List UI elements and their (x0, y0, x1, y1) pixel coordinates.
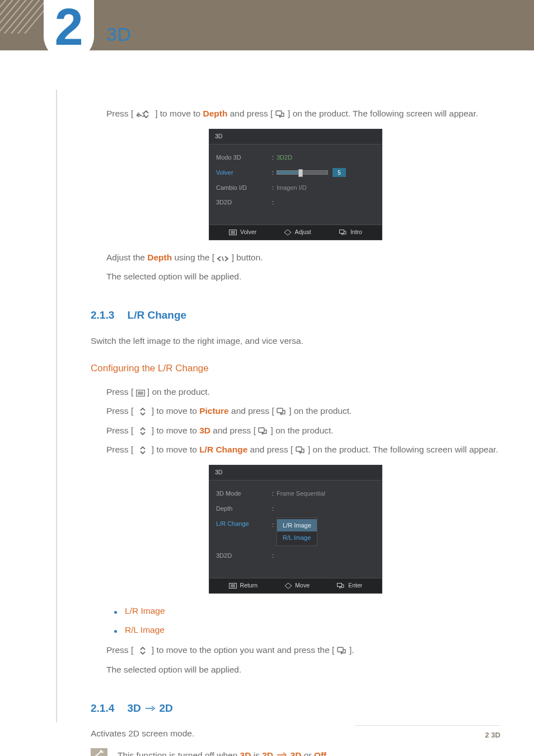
arrow-icon (145, 702, 155, 716)
osd-value: 3D2D (277, 152, 292, 163)
content: Press [ ] to move to Depth and press [ ]… (91, 106, 500, 717)
text: ] on the product. (271, 426, 334, 435)
section-title-b: 2D (159, 702, 172, 714)
text: Press [ (106, 387, 133, 396)
enter-icon (277, 408, 287, 416)
text: and press [ (250, 445, 293, 454)
up-down-chevrons-icon (136, 446, 149, 454)
up-down-chevrons-icon (139, 110, 153, 118)
text: ] to move to (152, 426, 199, 435)
text: is (254, 750, 263, 756)
osd-lrchange-wrap: 3D 3D Mode: Frame Sequential Depth: L/R … (91, 465, 500, 593)
text: and press [ (230, 109, 273, 118)
section-title: L/R Change (128, 309, 187, 321)
paragraph-press-option: Press [ ] to move to the option you want… (106, 643, 500, 657)
footer-rule (355, 725, 500, 726)
text: ] to move to (155, 109, 203, 118)
osd-row-active: Volver: 5 (209, 165, 382, 180)
up-down-chevrons-icon (136, 408, 149, 416)
chapter-number: 2 (54, 1, 83, 53)
option-label: L/R Image (125, 604, 165, 618)
text: or (304, 750, 314, 756)
osd-row: Modo 3D: 3D2D (209, 150, 382, 165)
text: using the [ (174, 253, 214, 262)
osd-footer: Return Move Enter (209, 578, 382, 593)
enter-icon (275, 110, 285, 118)
osd-title: 3D (209, 465, 382, 480)
term: 3D (291, 750, 302, 756)
text: ] to move to (152, 406, 199, 416)
svg-rect-14 (296, 447, 302, 451)
menu-box-icon (229, 230, 237, 235)
note-text: This function is turned off when 3D is 2… (118, 748, 331, 756)
arrow-icon (277, 749, 287, 756)
paragraph-adjust-depth: Adjust the Depth using the [ ] button. (106, 250, 500, 265)
step-3: Press [ ] to move to 3D and press [ ] on… (106, 423, 500, 438)
text: and press [ (213, 426, 256, 435)
text: ] button. (232, 253, 263, 262)
left-right-icon (217, 255, 229, 262)
osd-footer-enter: Intro (339, 227, 362, 237)
osd-footer-return: Return (229, 581, 258, 591)
osd-footer-return: Volver (229, 227, 256, 237)
note-box: This function is turned off when 3D is 2… (91, 748, 500, 756)
osd-row: Cambio I/D: Imagen I/D (209, 180, 382, 195)
osd-row: 3D2D: (209, 195, 382, 210)
diamond-icon (285, 583, 292, 589)
page-title: 3D (106, 24, 131, 45)
section-213-desc: Switch the left image to the right image… (91, 334, 500, 348)
text: . (329, 750, 331, 756)
svg-rect-13 (259, 428, 264, 432)
svg-rect-1 (276, 111, 282, 115)
enter-icon (258, 427, 268, 435)
return-arrow-icon (337, 583, 345, 589)
osd-body: 3D Mode: Frame Sequential Depth: L/R Cha… (209, 480, 382, 577)
svg-line-7 (222, 256, 223, 261)
osd-slider: 5 (277, 168, 346, 177)
diamond-icon (284, 230, 291, 235)
option-label: R/L Image (125, 623, 165, 637)
term: Off (314, 750, 326, 756)
osd-row: 3D2D: (209, 548, 382, 563)
osd-depth-wrap: 3D Modo 3D: 3D2D Volver: 5 Cambio I/D: I… (91, 129, 500, 240)
note-icon (91, 748, 107, 756)
osd-label: 3D2D (216, 197, 272, 208)
step-2: Press [ ] to move to Picture and press [… (106, 404, 500, 418)
return-arrow-icon (339, 230, 347, 235)
step-1: Press [ ] on the product. (106, 385, 500, 399)
osd-footer-enter: Enter (337, 581, 362, 591)
osd-option: R/L Image (277, 531, 317, 544)
osd-footer-label: Intro (350, 227, 362, 237)
text: Press [ (106, 426, 133, 435)
svg-rect-6 (339, 230, 344, 233)
paragraph-applied: The selected option will be applied. (106, 269, 500, 284)
subheading-config-lr: Configuring the L/R Change (91, 361, 500, 377)
text: Press [ (106, 109, 133, 118)
osd-label: Depth (216, 503, 272, 514)
osd-footer-label: Volver (240, 227, 256, 237)
term-3d: 3D (199, 426, 210, 435)
section-214-desc: Activates 2D screen mode. (91, 726, 500, 741)
menu-box-icon (136, 390, 145, 396)
term-depth: Depth (203, 109, 227, 118)
left-gutter (56, 90, 57, 722)
osd-footer-label: Adjust (294, 227, 311, 237)
page-footer: 2 3D (485, 731, 500, 739)
enter-icon (296, 446, 306, 454)
osd-label: L/R Change (216, 519, 272, 529)
footer-chapter: 2 3D (485, 731, 500, 739)
slider-track (277, 170, 328, 175)
text: ]. (349, 645, 354, 655)
term-lrchange: L/R Change (199, 445, 247, 454)
svg-rect-12 (277, 408, 283, 413)
section-number: 2.1.4 (91, 702, 114, 714)
osd-label: 3D2D (216, 550, 272, 561)
osd-row-active: L/R Change: L/R Image R/L Image (209, 516, 382, 548)
text: ] to move to the option you want and pre… (152, 645, 335, 655)
text: Press [ (106, 406, 133, 416)
option-bullets: L/R Image R/L Image (114, 604, 500, 638)
osd-label: 3D Mode (216, 488, 272, 499)
paragraph-applied-2: The selected option will be applied. (106, 662, 500, 677)
list-item: R/L Image (114, 623, 500, 637)
text: Adjust the (106, 253, 147, 262)
